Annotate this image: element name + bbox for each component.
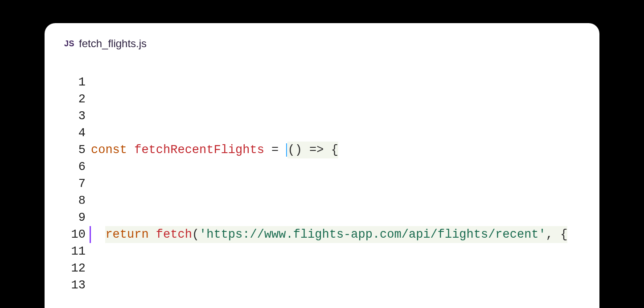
operator-equals: = <box>264 142 286 158</box>
code-editor[interactable]: 1 2 3 4 5 6 7 8 9 10 11 12 13 const fetc… <box>64 74 580 308</box>
code-line[interactable]: const fetchRecentFlights = () => { <box>91 142 580 158</box>
code-area[interactable]: const fetchRecentFlights = () => { retur… <box>91 74 580 308</box>
text-cursor <box>286 143 287 157</box>
string-url: 'https://www.flights-app.com/api/flights… <box>199 228 546 241</box>
line-number: 13 <box>71 277 86 294</box>
keyword-const: const <box>91 142 127 158</box>
line-number: 3 <box>78 108 86 125</box>
line-number: 2 <box>78 91 86 108</box>
file-tab[interactable]: JS fetch_flights.js <box>64 37 147 50</box>
line-number: 11 <box>71 243 86 260</box>
line-number: 12 <box>71 260 86 277</box>
line-number: 8 <box>78 192 86 209</box>
line-number: 10 <box>71 226 86 243</box>
call-fetch: fetch <box>156 228 192 241</box>
function-name: fetchRecentFlights <box>134 142 264 158</box>
line-number: 4 <box>78 125 86 142</box>
keyword-return: return <box>105 228 148 241</box>
js-file-icon: JS <box>64 39 74 49</box>
line-number: 6 <box>78 158 86 175</box>
line-number: 7 <box>78 175 86 192</box>
line-gutter: 1 2 3 4 5 6 7 8 9 10 11 12 13 <box>64 74 86 308</box>
line-number: 9 <box>78 209 86 226</box>
code-line[interactable]: return fetch('https://www.flights-app.co… <box>90 226 580 243</box>
suggestion-text: () => { <box>287 142 338 158</box>
file-name: fetch_flights.js <box>79 37 147 50</box>
editor-panel: JS fetch_flights.js 1 2 3 4 5 6 7 8 9 10… <box>45 23 599 308</box>
line-number: 1 <box>78 74 86 91</box>
line-number: 5 <box>78 142 86 158</box>
